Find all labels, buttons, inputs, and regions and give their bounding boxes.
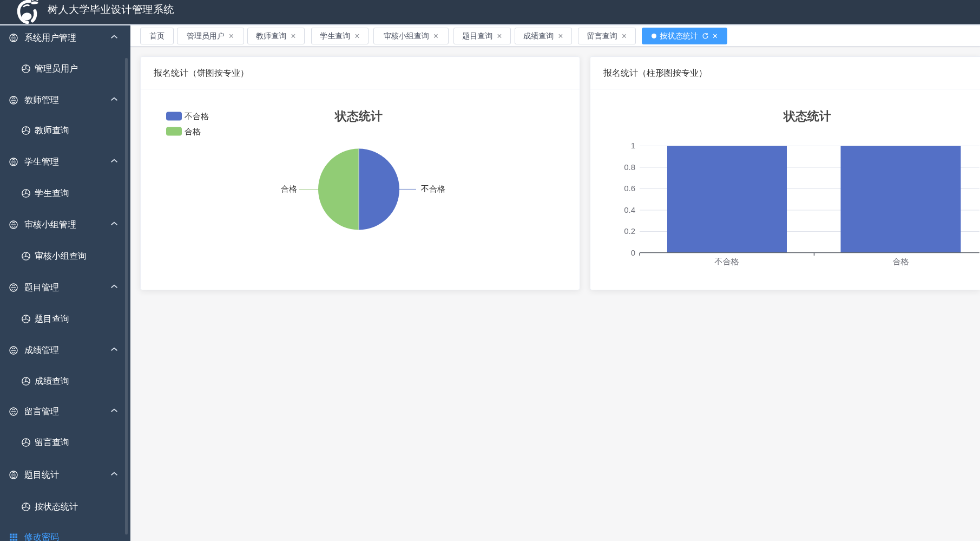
svg-text:合格: 合格 <box>281 184 297 193</box>
svg-text:0.8: 0.8 <box>624 162 635 172</box>
svg-text:不合格: 不合格 <box>184 112 209 121</box>
svg-text:0.6: 0.6 <box>624 184 635 193</box>
svg-text:不合格: 不合格 <box>420 184 445 193</box>
svg-text:1: 1 <box>631 141 635 150</box>
svg-text:0.4: 0.4 <box>624 205 635 214</box>
svg-text:状态统计: 状态统计 <box>334 109 383 123</box>
svg-text:状态统计: 状态统计 <box>782 109 831 123</box>
svg-text:0.2: 0.2 <box>624 226 635 236</box>
svg-text:合格: 合格 <box>893 257 909 266</box>
svg-text:0: 0 <box>631 248 635 257</box>
svg-text:不合格: 不合格 <box>714 257 739 266</box>
svg-text:合格: 合格 <box>185 127 201 136</box>
